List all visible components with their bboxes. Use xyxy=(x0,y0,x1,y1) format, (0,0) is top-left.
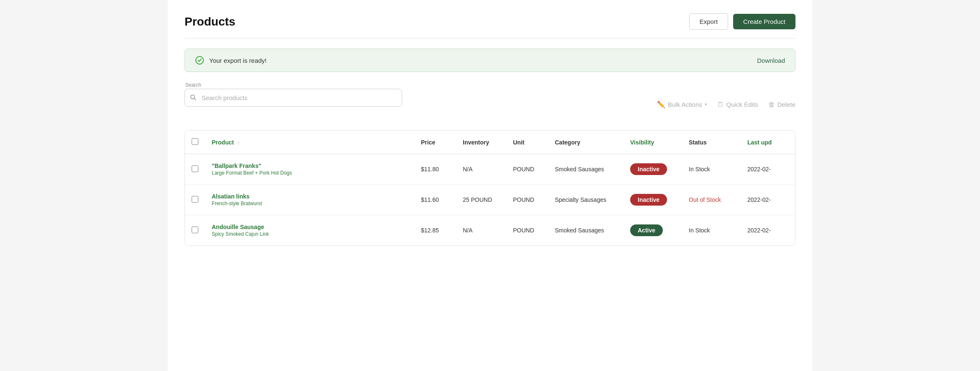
product-subtitle: Spicy Smoked Cajun Link xyxy=(212,231,408,237)
product-name[interactable]: Alsatian links xyxy=(212,193,408,200)
visibility-badge[interactable]: Active xyxy=(630,224,663,236)
visibility-badge[interactable]: Inactive xyxy=(630,194,667,206)
search-icon xyxy=(190,94,196,102)
search-wrapper xyxy=(185,89,402,107)
quick-edits-label: Quick Edits xyxy=(726,101,758,108)
row-price: $11.60 xyxy=(414,185,456,215)
row-checkbox-cell xyxy=(185,215,205,246)
row-product: Alsatian linksFrench-style Bratwurst xyxy=(205,185,414,215)
status-text: Out of Stock xyxy=(689,196,721,203)
list-icon: 🗒 xyxy=(717,101,724,108)
download-link[interactable]: Download xyxy=(757,57,785,64)
row-unit: POUND xyxy=(506,154,548,185)
search-input[interactable] xyxy=(185,89,402,107)
sort-asc-icon: ↑ xyxy=(237,140,240,145)
bulk-actions-label: Bulk Actions xyxy=(668,101,702,108)
visibility-badge[interactable]: Inactive xyxy=(630,163,667,175)
search-section: Search xyxy=(185,82,402,107)
header-actions: Export Create Product xyxy=(689,13,795,30)
page-header: Products Export Create Product xyxy=(185,13,795,39)
banner-left: Your export is ready! xyxy=(195,56,267,65)
products-table: Product ↑ Price Inventory Unit Category … xyxy=(185,131,795,245)
delete-button[interactable]: 🗑 Delete xyxy=(768,101,795,108)
status-text: In Stock xyxy=(689,227,710,234)
table-row: Alsatian linksFrench-style Bratwurst$11.… xyxy=(185,185,795,215)
table-row: Andouille SausageSpicy Smoked Cajun Link… xyxy=(185,215,795,246)
product-name[interactable]: Andouille Sausage xyxy=(212,224,408,230)
row-category: Smoked Sausages xyxy=(548,154,623,185)
col-header-last-updated: Last upd xyxy=(741,131,795,154)
table-row: "Ballpark Franks"Large Format Beef + Por… xyxy=(185,154,795,185)
products-table-container: Product ↑ Price Inventory Unit Category … xyxy=(185,130,795,246)
svg-line-2 xyxy=(194,98,196,100)
export-button[interactable]: Export xyxy=(689,13,728,30)
page-title: Products xyxy=(185,15,235,28)
trash-icon: 🗑 xyxy=(768,101,775,108)
row-status: In Stock xyxy=(682,215,741,246)
product-subtitle: French-style Bratwurst xyxy=(212,201,408,206)
row-product: Andouille SausageSpicy Smoked Cajun Link xyxy=(205,215,414,246)
col-header-status: Status xyxy=(682,131,741,154)
row-category: Smoked Sausages xyxy=(548,215,623,246)
row-checkbox[interactable] xyxy=(192,165,198,172)
row-unit: POUND xyxy=(506,215,548,246)
row-price: $11.80 xyxy=(414,154,456,185)
col-header-unit: Unit xyxy=(506,131,548,154)
row-product: "Ballpark Franks"Large Format Beef + Por… xyxy=(205,154,414,185)
col-header-product: Product ↑ xyxy=(205,131,414,154)
col-header-visibility: Visibility xyxy=(623,131,682,154)
quick-edits-button[interactable]: 🗒 Quick Edits xyxy=(717,101,758,108)
row-status: Out of Stock xyxy=(682,185,741,215)
banner-message: Your export is ready! xyxy=(209,57,267,64)
row-last-updated: 2022-02- xyxy=(741,154,795,185)
row-unit: POUND xyxy=(506,185,548,215)
row-visibility: Inactive xyxy=(623,185,682,215)
pencil-icon: ✏️ xyxy=(657,100,665,108)
create-product-button[interactable]: Create Product xyxy=(733,14,795,29)
search-label: Search xyxy=(185,82,402,88)
row-category: Specialty Sausages xyxy=(548,185,623,215)
row-last-updated: 2022-02- xyxy=(741,185,795,215)
col-header-price: Price xyxy=(414,131,456,154)
row-inventory: 25 POUND xyxy=(456,185,506,215)
row-checkbox-cell xyxy=(185,185,205,215)
col-header-inventory: Inventory xyxy=(456,131,506,154)
row-visibility: Inactive xyxy=(623,154,682,185)
delete-label: Delete xyxy=(777,101,795,108)
row-status: In Stock xyxy=(682,154,741,185)
row-price: $12.85 xyxy=(414,215,456,246)
product-name[interactable]: "Ballpark Franks" xyxy=(212,162,408,169)
check-circle-icon xyxy=(195,56,204,65)
product-subtitle: Large Format Beef + Pork Hot Dogs xyxy=(212,170,408,176)
row-inventory: N/A xyxy=(456,154,506,185)
row-visibility: Active xyxy=(623,215,682,246)
col-header-category: Category xyxy=(548,131,623,154)
bulk-actions-button[interactable]: ✏️ Bulk Actions ▾ xyxy=(657,100,707,108)
row-checkbox[interactable] xyxy=(192,196,198,203)
select-all-checkbox[interactable] xyxy=(192,138,198,145)
export-banner: Your export is ready! Download xyxy=(185,49,795,72)
status-text: In Stock xyxy=(689,166,710,173)
row-checkbox-cell xyxy=(185,154,205,185)
chevron-down-icon: ▾ xyxy=(705,102,707,107)
row-last-updated: 2022-02- xyxy=(741,215,795,246)
select-all-header xyxy=(185,131,205,154)
row-checkbox[interactable] xyxy=(192,227,198,233)
toolbar: ✏️ Bulk Actions ▾ 🗒 Quick Edits 🗑 Delete xyxy=(657,100,795,108)
row-inventory: N/A xyxy=(456,215,506,246)
